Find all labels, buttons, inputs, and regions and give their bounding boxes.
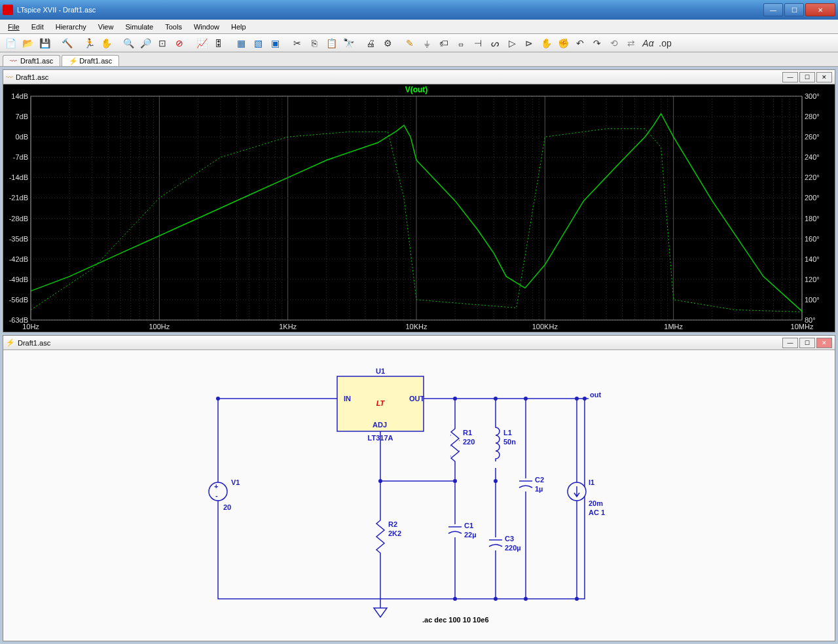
maximize-button[interactable]: ☐ bbox=[784, 3, 804, 16]
svg-point-109 bbox=[453, 397, 457, 401]
print-icon[interactable]: 🖨 bbox=[363, 36, 378, 50]
autorange-icon[interactable]: 📈 bbox=[194, 36, 210, 50]
wave-icon: 〰 bbox=[10, 57, 18, 65]
label-icon[interactable]: 🏷 bbox=[436, 36, 452, 50]
schem-icon: ⚡ bbox=[69, 57, 77, 65]
minimize-button[interactable]: — bbox=[763, 3, 783, 16]
svg-text:-28dB: -28dB bbox=[9, 215, 28, 223]
tab-plot[interactable]: 〰Draft1.asc bbox=[3, 55, 60, 66]
svg-text:14dB: 14dB bbox=[11, 92, 28, 100]
svg-text:-7dB: -7dB bbox=[13, 153, 28, 161]
menu-edit[interactable]: Edit bbox=[26, 22, 49, 32]
move-icon[interactable]: ✋ bbox=[538, 36, 554, 50]
svg-text:0dB: 0dB bbox=[15, 133, 28, 141]
svg-text:-21dB: -21dB bbox=[9, 194, 28, 202]
settings-icon[interactable]: 🎛 bbox=[211, 36, 227, 50]
schem-icon: ⚡ bbox=[6, 338, 15, 347]
svg-text:+: + bbox=[214, 482, 218, 490]
op-icon[interactable]: .op bbox=[657, 36, 673, 50]
copy-icon[interactable]: ⎘ bbox=[306, 36, 322, 50]
save-icon[interactable]: 💾 bbox=[37, 36, 52, 50]
cut-icon[interactable]: ✂ bbox=[289, 36, 305, 50]
tab-schematic[interactable]: ⚡Draft1.asc bbox=[62, 55, 119, 66]
run-icon[interactable]: 🏃 bbox=[81, 36, 97, 50]
svg-text:-: - bbox=[215, 492, 218, 499]
toolbar: 📄 📂 💾 🔨 🏃 ✋ 🔍 🔎 ⊡ ⊘ 📈 🎛 ▦ ▧ ▣ ✂ ⎘ 📋 🔭 🖨 … bbox=[0, 34, 838, 52]
svg-text:I1: I1 bbox=[589, 478, 594, 486]
svg-text:R1: R1 bbox=[463, 429, 472, 437]
menu-view[interactable]: View bbox=[93, 22, 119, 32]
diode-icon[interactable]: ▷ bbox=[504, 36, 520, 50]
svg-text:50n: 50n bbox=[503, 438, 516, 446]
paste-icon[interactable]: 📋 bbox=[323, 36, 339, 50]
capacitor-icon[interactable]: ⊣ bbox=[470, 36, 486, 50]
panel-min-button[interactable]: — bbox=[782, 72, 798, 82]
component-icon[interactable]: ⊳ bbox=[521, 36, 537, 50]
svg-text:120°: 120° bbox=[805, 276, 820, 283]
svg-rect-134 bbox=[448, 524, 462, 537]
svg-text:L1: L1 bbox=[503, 429, 512, 437]
panel-close-button[interactable]: ✕ bbox=[816, 338, 832, 348]
menu-hierarchy[interactable]: Hierarchy bbox=[50, 22, 92, 32]
svg-rect-138 bbox=[519, 478, 532, 492]
workarea: 〰 Draft1.asc — ☐ ✕ V(out)10Hz100Hz1KHz10… bbox=[0, 67, 838, 644]
mirror-icon[interactable]: ⇄ bbox=[623, 36, 639, 50]
ground-icon[interactable]: ⏚ bbox=[419, 36, 435, 50]
svg-text:1MHz: 1MHz bbox=[664, 323, 683, 331]
menu-help[interactable]: Help bbox=[226, 22, 251, 32]
svg-text:-63dB: -63dB bbox=[9, 316, 28, 324]
undo-icon[interactable]: ↶ bbox=[572, 36, 588, 50]
svg-text:C1: C1 bbox=[464, 522, 473, 529]
panel-max-button[interactable]: ☐ bbox=[799, 72, 815, 82]
text-icon[interactable]: Aα bbox=[640, 36, 656, 50]
menubar: File Edit Hierarchy View Simulate Tools … bbox=[0, 20, 838, 34]
close-win-icon[interactable]: ▣ bbox=[267, 36, 283, 50]
open-file-icon[interactable]: 📂 bbox=[20, 36, 35, 50]
redo-icon[interactable]: ↷ bbox=[589, 36, 605, 50]
svg-text:LT: LT bbox=[376, 399, 386, 407]
zoom-back-icon[interactable]: ⊘ bbox=[172, 36, 187, 50]
zoom-fit-icon[interactable]: ⊡ bbox=[155, 36, 170, 50]
rotate-icon[interactable]: ⟲ bbox=[606, 36, 622, 50]
schematic-area[interactable]: U1INOUTADJLT317ALT+-V120R1220R22K2L150nC… bbox=[3, 350, 835, 641]
panel-close-button[interactable]: ✕ bbox=[816, 72, 832, 82]
wave-icon: 〰 bbox=[6, 73, 13, 81]
drag-icon[interactable]: ✊ bbox=[555, 36, 571, 50]
plot-area[interactable]: V(out)10Hz100Hz1KHz10KHz100KHz1MHz10MHz1… bbox=[3, 84, 835, 332]
new-file-icon[interactable]: 📄 bbox=[3, 36, 18, 50]
svg-text:260°: 260° bbox=[805, 133, 820, 141]
plot-panel-title: Draft1.asc bbox=[16, 73, 48, 81]
panel-max-button[interactable]: ☐ bbox=[799, 338, 815, 348]
resistor-icon[interactable]: ⏛ bbox=[453, 36, 469, 50]
svg-point-108 bbox=[378, 479, 382, 483]
cascade-icon[interactable]: ▧ bbox=[250, 36, 266, 50]
zoom-out-icon[interactable]: 🔎 bbox=[137, 36, 153, 50]
svg-text:.ac dec 100 10 10e6: .ac dec 100 10 10e6 bbox=[422, 616, 489, 624]
svg-point-113 bbox=[494, 479, 498, 483]
svg-point-115 bbox=[524, 397, 528, 401]
svg-text:140°: 140° bbox=[805, 255, 820, 263]
find-icon[interactable]: 🔭 bbox=[340, 36, 356, 50]
window-title: LTspice XVII - Draft1.asc bbox=[17, 6, 96, 14]
zoom-in-icon[interactable]: 🔍 bbox=[120, 36, 136, 50]
window-titlebar: LTspice XVII - Draft1.asc — ☐ ✕ bbox=[0, 0, 838, 20]
panel-min-button[interactable]: — bbox=[782, 338, 798, 348]
svg-text:C2: C2 bbox=[535, 476, 544, 484]
close-button[interactable]: ✕ bbox=[805, 3, 835, 16]
inductor-icon[interactable]: ᔕ bbox=[487, 36, 503, 50]
pick-icon[interactable]: 🔨 bbox=[59, 36, 75, 50]
menu-simulate[interactable]: Simulate bbox=[120, 22, 158, 32]
menu-window[interactable]: Window bbox=[189, 22, 225, 32]
svg-text:100°: 100° bbox=[805, 296, 820, 304]
svg-text:240°: 240° bbox=[805, 153, 820, 161]
svg-text:1KHz: 1KHz bbox=[279, 323, 297, 331]
svg-text:OUT: OUT bbox=[409, 395, 425, 402]
setup-icon[interactable]: ⚙ bbox=[380, 36, 395, 50]
menu-file[interactable]: File bbox=[3, 22, 25, 32]
plot-panel: 〰 Draft1.asc — ☐ ✕ V(out)10Hz100Hz1KHz10… bbox=[3, 69, 835, 332]
menu-tools[interactable]: Tools bbox=[160, 22, 187, 32]
tile-icon[interactable]: ▦ bbox=[233, 36, 249, 50]
halt-icon[interactable]: ✋ bbox=[98, 36, 114, 50]
draw-icon[interactable]: ✎ bbox=[402, 36, 418, 50]
svg-text:200°: 200° bbox=[805, 194, 820, 202]
